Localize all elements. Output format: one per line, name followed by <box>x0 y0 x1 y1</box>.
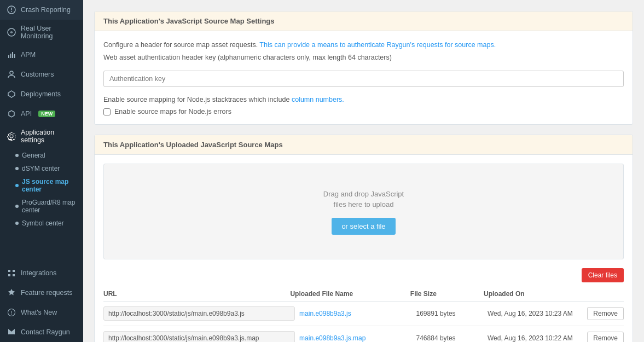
col-header-url: URL <box>103 290 290 298</box>
sidebar-item-whats-new[interactable]: What's New <box>0 303 83 322</box>
sourcemap-desc-line2: Web asset authentication header key (alp… <box>103 53 624 63</box>
sidebar-item-crash-reporting[interactable]: Crash Reporting <box>0 0 83 20</box>
svg-point-2 <box>11 11 12 12</box>
sidebar-sub-item-proguard[interactable]: ProGuard/R8 map center <box>0 196 83 217</box>
deployments-icon <box>7 89 16 99</box>
main-content: This Application's JavaScript Source Map… <box>83 0 644 342</box>
sourcemap-desc-line1: Configure a header for source map asset … <box>103 40 624 50</box>
node-mapping-desc: Enable source mapping for Node.js stackt… <box>103 95 624 105</box>
sidebar-item-feature-requests[interactable]: Feature requests <box>0 283 83 303</box>
sidebar-label-app-settings: Application settings <box>21 129 77 144</box>
row2-uploaded: Wed, Aug 16, 2023 10:22 AM <box>488 334 578 342</box>
sidebar-label-customers: Customers <box>21 71 54 78</box>
row1-action: Remove <box>578 307 624 320</box>
table-row: http://localhost:3000/static/js/main.e09… <box>103 302 624 326</box>
sidebar-item-application-settings[interactable]: Application settings <box>0 124 83 149</box>
dot-proguard <box>15 205 19 208</box>
sidebar-item-api[interactable]: API NEW <box>0 104 83 124</box>
row2-remove-button[interactable]: Remove <box>587 332 624 342</box>
dot-dsym <box>15 167 19 170</box>
enable-sourcemaps-checkbox[interactable] <box>103 108 111 115</box>
row1-size: 169891 bytes <box>416 310 488 317</box>
uploaded-sourcemaps-header: This Application's Uploaded JavaScript S… <box>95 135 633 155</box>
row1-filename: main.e098b9a3.js <box>299 310 416 317</box>
sidebar-label-contact: Contact Raygun <box>21 328 70 336</box>
sidebar-sub-item-js-sourcemap[interactable]: JS source map center <box>0 175 83 196</box>
col-header-filename: Uploaded File Name <box>290 290 410 298</box>
svg-point-8 <box>10 71 13 74</box>
sub-label-general: General <box>22 152 45 159</box>
row2-size: 746884 bytes <box>416 334 488 342</box>
sub-label-proguard: ProGuard/R8 map center <box>22 199 77 214</box>
svg-rect-5 <box>10 54 11 58</box>
sidebar-label-crash-reporting: Crash Reporting <box>21 6 71 14</box>
sidebar-label-rum: Real User Monitoring <box>21 25 77 40</box>
enable-sourcemaps-label: Enable source maps for Node.js errors <box>114 108 231 115</box>
row1-remove-button[interactable]: Remove <box>587 307 624 320</box>
col-header-uploaded: Uploaded On <box>484 290 577 298</box>
sidebar-item-contact-raygun[interactable]: Contact Raygun <box>0 322 83 342</box>
row2-action: Remove <box>578 332 624 342</box>
sub-label-js-sourcemap: JS source map center <box>22 178 77 193</box>
sidebar-sub-item-general[interactable]: General <box>0 149 83 162</box>
sourcemap-settings-card: This Application's JavaScript Source Map… <box>94 11 633 125</box>
row1-url: http://localhost:3000/static/js/main.e09… <box>103 306 295 321</box>
sidebar: Crash Reporting Real User Monitoring APM… <box>0 0 83 342</box>
dot-js-sourcemap <box>15 184 19 187</box>
crash-icon <box>7 5 16 15</box>
contact-icon <box>7 327 16 337</box>
sidebar-item-integrations[interactable]: Integrations <box>0 263 83 283</box>
dropzone-text: Drag and drop JavaScript files here to u… <box>323 189 404 210</box>
sidebar-label-whats-new: What's New <box>21 309 57 316</box>
file-dropzone[interactable]: Drag and drop JavaScript files here to u… <box>103 164 624 259</box>
sub-label-symbol: Symbol center <box>22 219 64 227</box>
settings-icon <box>7 131 16 141</box>
sub-label-dsym: dSYM center <box>22 165 60 172</box>
svg-rect-6 <box>12 52 13 58</box>
dot-symbol <box>15 222 19 225</box>
customers-icon <box>7 69 16 79</box>
whats-new-icon <box>7 308 16 317</box>
svg-rect-7 <box>14 54 15 58</box>
rum-icon <box>7 27 16 37</box>
column-numbers-link[interactable]: column numbers. <box>292 96 344 103</box>
svg-rect-4 <box>8 55 9 58</box>
sidebar-label-integrations: Integrations <box>21 269 56 277</box>
sourcemap-settings-body: Configure a header for source map asset … <box>95 31 633 124</box>
feature-icon <box>7 288 16 298</box>
source-map-link[interactable]: This can provide a means to authenticate… <box>259 41 496 49</box>
sidebar-item-apm[interactable]: APM <box>0 45 83 65</box>
uploaded-sourcemaps-card: This Application's Uploaded JavaScript S… <box>94 135 633 342</box>
sidebar-item-customers[interactable]: Customers <box>0 65 83 84</box>
uploaded-sourcemaps-title: This Application's Uploaded JavaScript S… <box>103 141 283 149</box>
table-toolbar: Clear files <box>103 268 624 282</box>
sidebar-label-feature-requests: Feature requests <box>21 289 73 297</box>
dot-general <box>15 154 19 157</box>
sourcemap-settings-title: This Application's JavaScript Source Map… <box>103 17 275 25</box>
sidebar-label-apm: APM <box>21 51 36 59</box>
sidebar-sub-item-symbol[interactable]: Symbol center <box>0 217 83 230</box>
new-badge: NEW <box>38 111 55 117</box>
api-icon <box>7 109 16 119</box>
sidebar-item-deployments[interactable]: Deployments <box>0 84 83 104</box>
row2-url: http://localhost:3000/static/js/main.e09… <box>103 331 295 342</box>
enable-sourcemaps-row: Enable source maps for Node.js errors <box>103 108 624 115</box>
apm-icon <box>7 50 16 60</box>
table-header: URL Uploaded File Name File Size Uploade… <box>103 287 624 302</box>
sidebar-label-deployments: Deployments <box>21 90 61 98</box>
sidebar-sub-item-dsym[interactable]: dSYM center <box>0 162 83 175</box>
row2-filename: main.e098b9a3.js.map <box>299 334 416 342</box>
auth-key-input[interactable] <box>103 71 624 87</box>
integrations-icon <box>7 268 16 278</box>
row1-uploaded: Wed, Aug 16, 2023 10:23 AM <box>488 309 578 318</box>
col-header-size: File Size <box>410 290 484 298</box>
sidebar-item-rum[interactable]: Real User Monitoring <box>0 20 83 45</box>
table-row: http://localhost:3000/static/js/main.e09… <box>103 326 624 342</box>
sourcemaps-table-section: Clear files URL Uploaded File Name File … <box>95 268 633 342</box>
sidebar-label-api: API <box>21 110 32 118</box>
sourcemap-settings-header: This Application's JavaScript Source Map… <box>95 11 633 31</box>
clear-files-button[interactable]: Clear files <box>582 268 624 282</box>
select-file-button[interactable]: or select a file <box>332 218 395 235</box>
